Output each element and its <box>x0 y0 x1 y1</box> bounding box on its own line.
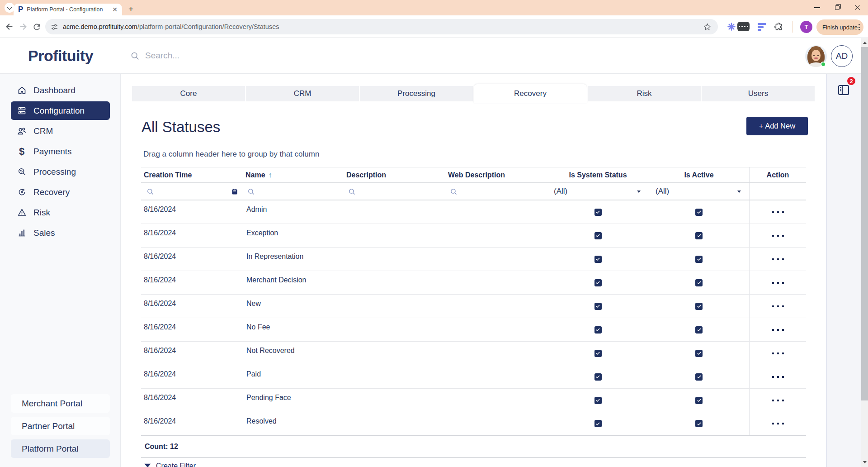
extensions-puzzle-icon[interactable] <box>773 21 784 33</box>
row-actions-button[interactable] <box>772 211 784 213</box>
partner-portal-button[interactable]: Partner Portal <box>11 417 110 435</box>
calendar-icon[interactable] <box>231 188 238 195</box>
checkbox-checked[interactable] <box>594 326 602 334</box>
restore-icon[interactable] <box>835 5 840 10</box>
sidebar-item-payments[interactable]: $ Payments <box>11 142 110 161</box>
checkbox-checked[interactable] <box>594 232 602 239</box>
bookmark-star-icon[interactable] <box>703 23 712 31</box>
checkbox-checked[interactable] <box>594 420 602 427</box>
scroll-down-arrow-icon[interactable] <box>863 461 867 463</box>
checkbox-checked[interactable] <box>695 350 703 357</box>
row-actions-button[interactable] <box>772 376 784 378</box>
scroll-up-arrow-icon[interactable] <box>863 42 867 44</box>
cell-is-active <box>649 389 749 412</box>
column-header-description[interactable]: Description <box>344 167 445 182</box>
checkbox-checked[interactable] <box>695 397 703 404</box>
row-actions-button[interactable] <box>772 305 784 307</box>
browser-profile-avatar[interactable]: T <box>800 21 812 33</box>
row-actions-button[interactable] <box>772 329 784 331</box>
row-actions-button[interactable] <box>772 282 784 284</box>
global-search-input[interactable]: Search... <box>130 51 179 61</box>
sidebar-item-dashboard[interactable]: Dashboard <box>11 81 110 100</box>
table-row[interactable]: 8/16/2024 Exception <box>141 224 806 248</box>
column-header-creation-time[interactable]: Creation Time <box>141 167 243 182</box>
table-row[interactable]: 8/16/2024 Paid <box>141 365 806 389</box>
tab-users[interactable]: Users <box>702 86 815 101</box>
column-header-web-description[interactable]: Web Description <box>445 167 547 182</box>
checkbox-checked[interactable] <box>594 256 602 263</box>
checkbox-checked[interactable] <box>695 209 703 216</box>
sidebar-item-crm[interactable]: CRM <box>11 122 110 140</box>
filter-is-system-status[interactable]: (All) <box>547 183 649 200</box>
minimize-icon[interactable] <box>814 7 820 8</box>
table-row[interactable]: 8/16/2024 Pending Face <box>141 389 806 412</box>
checkbox-checked[interactable] <box>695 232 703 239</box>
checkbox-checked[interactable] <box>695 373 703 381</box>
tab-processing[interactable]: Processing <box>360 86 473 101</box>
row-actions-button[interactable] <box>772 235 784 237</box>
table-row[interactable]: 8/16/2024 No Fee <box>141 318 806 342</box>
bars-extension-icon[interactable] <box>758 23 766 31</box>
sidebar-item-recovery[interactable]: Recovery <box>11 183 110 201</box>
checkbox-checked[interactable] <box>594 350 602 357</box>
row-actions-button[interactable] <box>772 353 784 354</box>
browser-tab[interactable]: P Platform Portal - Configuration ✕ <box>14 4 122 15</box>
column-header-is-active[interactable]: Is Active <box>649 167 749 182</box>
sidebar-item-processing[interactable]: Processing <box>11 162 110 181</box>
tab-crm[interactable]: CRM <box>246 86 359 101</box>
row-actions-button[interactable] <box>772 258 784 260</box>
checkbox-checked[interactable] <box>695 420 703 427</box>
checkbox-checked[interactable] <box>594 303 602 310</box>
checkbox-checked[interactable] <box>695 326 703 334</box>
checkbox-checked[interactable] <box>695 256 703 263</box>
url-bar[interactable]: acme.demo.profituity.com/platform-portal… <box>45 19 718 34</box>
filter-name[interactable] <box>243 183 344 200</box>
new-tab-button[interactable]: + <box>128 4 133 14</box>
tab-risk[interactable]: Risk <box>588 86 701 101</box>
sidebar-item-risk[interactable]: Risk <box>11 203 110 222</box>
finish-update-button[interactable]: Finish update <box>816 19 863 35</box>
table-row[interactable]: 8/16/2024 Merchant Decision <box>141 271 806 295</box>
filter-description[interactable] <box>344 183 445 200</box>
site-settings-icon[interactable] <box>51 23 58 31</box>
merchant-portal-button[interactable]: Merchant Portal <box>11 394 110 413</box>
checkbox-checked[interactable] <box>594 279 602 286</box>
table-row[interactable]: 8/16/2024 In Representation <box>141 248 806 271</box>
add-new-button[interactable]: + Add New <box>746 117 808 135</box>
forward-icon[interactable] <box>17 21 29 33</box>
column-header-name[interactable]: Name↑ <box>243 167 344 182</box>
checkbox-checked[interactable] <box>594 397 602 404</box>
page-scrollbar[interactable] <box>861 38 868 467</box>
platform-portal-button[interactable]: Platform Portal <box>11 439 110 458</box>
side-panel-icon[interactable] <box>837 84 850 98</box>
checkbox-checked[interactable] <box>695 279 703 286</box>
browser-menu-icon[interactable] <box>859 24 860 30</box>
create-filter-button[interactable]: Create Filter <box>141 462 806 467</box>
filter-is-active[interactable]: (All) <box>649 183 749 200</box>
column-header-is-system-status[interactable]: Is System Status <box>547 167 649 182</box>
back-icon[interactable] <box>4 21 15 33</box>
tab-core[interactable]: Core <box>132 86 245 101</box>
checkbox-checked[interactable] <box>594 209 602 216</box>
scrollbar-thumb[interactable] <box>861 47 868 400</box>
tab-close-icon[interactable]: ✕ <box>112 6 118 13</box>
table-row[interactable]: 8/16/2024 Not Recovered <box>141 342 806 365</box>
sidebar-item-configuration[interactable]: Configuration <box>11 101 110 120</box>
tab-search-button[interactable] <box>5 3 14 13</box>
table-row[interactable]: 8/16/2024 New <box>141 295 806 318</box>
table-row[interactable]: 8/16/2024 Admin <box>141 200 806 224</box>
table-row[interactable]: 8/16/2024 Resolved <box>141 412 806 436</box>
row-actions-button[interactable] <box>772 400 784 401</box>
spark-extension-icon[interactable] <box>726 21 737 33</box>
filter-creation-time[interactable] <box>141 183 243 200</box>
filter-web-description[interactable] <box>445 183 547 200</box>
tab-recovery[interactable]: Recovery <box>474 84 587 103</box>
close-icon[interactable] <box>854 5 861 11</box>
row-actions-button[interactable] <box>772 423 784 424</box>
refresh-icon[interactable] <box>31 21 42 33</box>
checkbox-checked[interactable] <box>695 303 703 310</box>
sidebar-item-sales[interactable]: Sales <box>11 224 110 242</box>
checkbox-checked[interactable] <box>594 373 602 381</box>
user-initials-badge[interactable]: AD <box>831 45 853 67</box>
password-extension-icon[interactable] <box>737 22 750 31</box>
